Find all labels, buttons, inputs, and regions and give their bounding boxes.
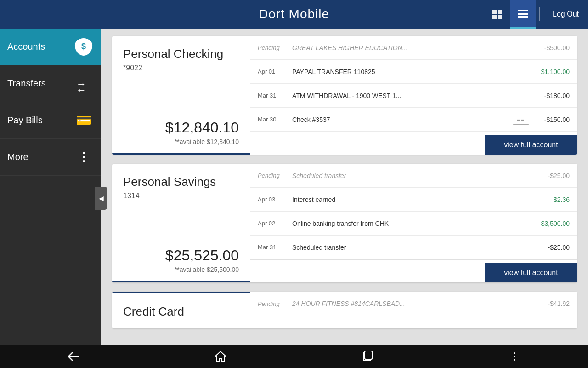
account-available-checking: **available $12,340.10 [123,138,239,145]
account-number-savings: 1314 [123,192,239,200]
sidebar-item-paybills[interactable]: Pay Bills 💳 [0,102,101,139]
arrows-icon [76,78,91,89]
tx-date: Apr 03 [258,196,292,203]
logout-button[interactable]: Log Out [543,10,588,18]
bill-icon: 💳 [76,113,92,128]
android-bottom-bar [0,345,588,368]
top-header: Dort Mobile Log Out [0,0,588,29]
tx-amount: -$25.00 [533,172,570,179]
transfers-icon [74,74,94,94]
tx-desc: GREAT LAKES HIGHER EDUCATION... [292,44,533,52]
account-balance-checking: $12,840.10 [123,119,239,136]
view-full-account-button-savings[interactable]: view full account [485,263,577,282]
transaction-row: Mar 31 Scheduled transfer -$25.00 [250,236,577,259]
transaction-row: Apr 03 Interest earned $2.36 [250,188,577,212]
view-full-account-button-checking[interactable]: view full account [485,135,577,155]
tx-desc: Check #3537 [292,116,513,123]
account-left-savings: Personal Savings 1314 $25,525.00 **avail… [112,164,250,282]
account-card-creditcard: Credit Card Pending 24 HOUR FITNESS #814… [112,292,577,328]
tx-date: Mar 31 [258,244,292,251]
tx-amount: -$41.92 [533,300,570,307]
sidebar-accounts-label: Accounts [7,41,45,52]
view-full-row-checking: view full account [250,132,577,139]
transaction-row: Mar 30 Check #3537 -$150.00 [250,108,577,132]
account-right-checking: Pending GREAT LAKES HIGHER EDUCATION... … [250,36,577,155]
back-button[interactable] [62,345,85,368]
tx-desc: PAYPAL TRANSFER 110825 [292,68,533,75]
transaction-row: Pending 24 HOUR FITNESS #814CARLSBAD... … [250,292,577,316]
sidebar: Accounts Transfers Pay Bills 💳 More [0,29,101,368]
grid-icon [492,10,502,19]
account-number-checking: *9022 [123,64,239,72]
main-layout: Accounts Transfers Pay Bills 💳 More [0,29,588,368]
list-icon [518,10,528,18]
recents-icon [362,351,373,362]
sidebar-transfers-label: Transfers [7,78,46,89]
transaction-row: Apr 01 PAYPAL TRANSFER 110825 $1,100.00 [250,60,577,84]
money-bag-icon [75,38,92,56]
tx-amount: $2.36 [533,196,570,203]
tx-date: Apr 01 [258,68,292,75]
tx-date: Apr 02 [258,220,292,227]
account-name-savings: Personal Savings [123,175,239,189]
tx-desc: Scheduled transfer [292,172,533,179]
account-balance-savings: $25,525.00 [123,247,239,264]
tx-desc: 24 HOUR FITNESS #814CARLSBAD... [292,300,533,307]
tx-amount: -$500.00 [533,44,570,52]
home-button[interactable] [209,345,232,368]
account-name-checking: Personal Checking [123,47,239,61]
account-left-creditcard: Credit Card [112,292,250,328]
tx-amount: -$25.00 [533,244,570,251]
tx-desc: Interest earned [292,196,533,203]
tx-date: Pending [258,172,292,179]
tx-amount: $3,500.00 [533,220,570,227]
tx-desc: Online banking transfer from CHK [292,220,533,227]
tx-date: Mar 30 [258,116,292,123]
tx-desc: Scheduled transfer [292,244,533,251]
arrow-left-icon [76,84,91,89]
transaction-row: Pending Scheduled transfer -$25.00 [250,164,577,188]
account-right-creditcard: Pending 24 HOUR FITNESS #814CARLSBAD... … [250,292,577,328]
check-image-icon[interactable] [513,115,529,125]
tx-date: Mar 31 [258,92,292,99]
transaction-row: Apr 02 Online banking transfer from CHK … [250,212,577,236]
more-icon [74,147,94,167]
view-full-row-savings: view full account [250,259,577,267]
account-left-checking: Personal Checking *9022 $12,840.10 **ava… [112,36,250,155]
more-options-button[interactable] [503,345,526,368]
content-area: Personal Checking *9022 $12,840.10 **ava… [101,29,588,368]
dots-icon [83,152,85,162]
sidebar-item-accounts[interactable]: Accounts [0,29,101,65]
sidebar-more-label: More [7,152,28,162]
sidebar-paybills-label: Pay Bills [7,115,43,126]
account-available-savings: **available $25,500.00 [123,266,239,273]
tx-amount: -$150.00 [533,116,570,123]
sidebar-item-more[interactable]: More [0,139,101,176]
svg-rect-1 [365,351,372,359]
more-dots-icon [514,352,515,361]
list-view-button[interactable] [510,0,536,29]
recents-button[interactable] [356,345,379,368]
account-card-checking: Personal Checking *9022 $12,840.10 **ava… [112,36,577,155]
grid-view-button[interactable] [484,0,510,29]
transaction-row: Pending GREAT LAKES HIGHER EDUCATION... … [250,36,577,60]
app-title: Dort Mobile [259,7,329,22]
tx-desc: ATM WITHDRAWAL - 1900 WEST 1... [292,92,533,99]
tx-amount: $1,100.00 [533,68,570,75]
accounts-icon [74,37,94,57]
sidebar-item-transfers[interactable]: Transfers [0,65,101,102]
home-icon [215,351,226,362]
header-actions: Log Out [484,0,588,29]
tx-date: Pending [258,300,292,307]
account-name-creditcard: Credit Card [123,305,239,319]
paybills-icon: 💳 [74,110,94,131]
header-divider [539,7,540,21]
account-right-savings: Pending Scheduled transfer -$25.00 Apr 0… [250,164,577,282]
arrow-right-icon [76,78,91,83]
transaction-row: Mar 31 ATM WITHDRAWAL - 1900 WEST 1... -… [250,84,577,108]
back-icon [68,352,79,361]
tx-amount: -$180.00 [533,92,570,99]
sidebar-collapse-button[interactable] [95,187,107,210]
tx-date: Pending [258,44,292,51]
account-card-savings: Personal Savings 1314 $25,525.00 **avail… [112,164,577,282]
